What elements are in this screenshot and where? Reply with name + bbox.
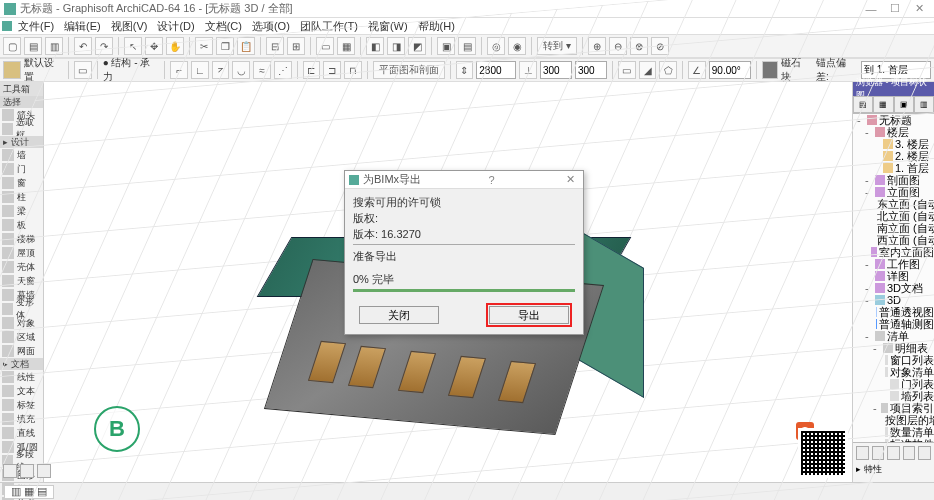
bimx-export-dialog: 为BIMx导出 ? ✕ 搜索可用的许可锁 版权: 版本: 16.3270 准备导… bbox=[344, 170, 584, 335]
dialog-close-button[interactable]: ✕ bbox=[562, 173, 579, 186]
nav-foot-btn[interactable] bbox=[918, 446, 931, 460]
dialog-close-btn[interactable]: 关闭 bbox=[359, 306, 439, 324]
dialog-progress-bar bbox=[353, 289, 575, 292]
nav-foot-btn[interactable] bbox=[903, 446, 916, 460]
nav-foot-btn[interactable] bbox=[887, 446, 900, 460]
dialog-title: 为BIMx导出 bbox=[363, 172, 421, 187]
tool-icon bbox=[2, 123, 13, 135]
dialog-progress-text: 0% 完毕 bbox=[353, 273, 394, 285]
dialog-icon bbox=[349, 175, 359, 185]
menu-view[interactable]: 视图(V) bbox=[107, 19, 152, 34]
qr-code-icon bbox=[798, 428, 848, 478]
bl-icon[interactable] bbox=[3, 464, 17, 478]
menu-file[interactable]: 文件(F) bbox=[14, 19, 58, 34]
dialog-text-version: 版本: 16.3270 bbox=[353, 227, 575, 242]
tool-icon bbox=[2, 109, 14, 121]
dialog-help-button[interactable]: ? bbox=[484, 174, 498, 186]
bl-icon[interactable] bbox=[20, 464, 34, 478]
window-title: 无标题 - Graphisoft ArchiCAD-64 16 - [无标题 3… bbox=[20, 1, 293, 16]
logo-watermark: B bbox=[94, 406, 140, 452]
open-button[interactable]: ▤ bbox=[24, 37, 42, 55]
bottom-left-icons bbox=[3, 464, 51, 478]
menu-design[interactable]: 设计(D) bbox=[153, 19, 198, 34]
menu-document[interactable]: 文档(C) bbox=[201, 19, 246, 34]
bl-icon[interactable] bbox=[37, 464, 51, 478]
dialog-export-btn[interactable]: 导出 bbox=[489, 306, 569, 324]
dialog-text-prepare: 准备导出 bbox=[353, 249, 575, 264]
menu-options[interactable]: 选项(O) bbox=[248, 19, 294, 34]
dialog-text-copyright: 版权: bbox=[353, 211, 575, 226]
dialog-text-license: 搜索可用的许可锁 bbox=[353, 195, 575, 210]
doc-icon bbox=[2, 21, 12, 31]
new-button[interactable]: ▢ bbox=[3, 37, 21, 55]
wall-preview-icon[interactable] bbox=[3, 61, 21, 79]
app-logo-icon bbox=[4, 3, 16, 15]
menu-edit[interactable]: 编辑(E) bbox=[60, 19, 105, 34]
